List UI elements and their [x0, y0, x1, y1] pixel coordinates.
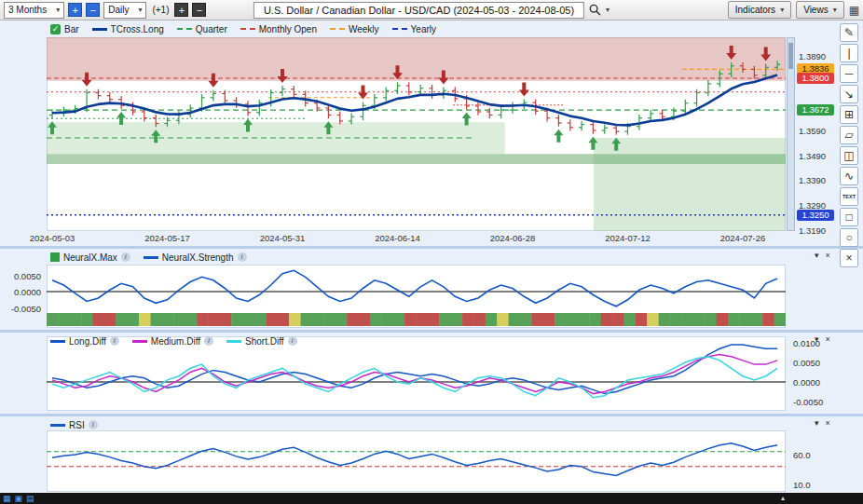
search-icon[interactable]: [589, 4, 601, 16]
info-icon[interactable]: i: [89, 420, 98, 429]
info-icon[interactable]: i: [238, 252, 247, 262]
trend-arrow-icon[interactable]: ↘: [840, 85, 858, 103]
price-level-badge: 1.3672: [797, 104, 834, 116]
collapse-panel-button[interactable]: ▾: [815, 250, 819, 261]
medium-diff-line: [52, 355, 777, 394]
list-view-icon[interactable]: ▤: [26, 493, 34, 504]
panel-splitter[interactable]: [0, 414, 863, 416]
step-forward-button[interactable]: +: [174, 3, 188, 17]
toolbar-right-group: Indicators ▾ Views ▾ ▦: [728, 1, 859, 19]
legend-item-long-diff[interactable]: Long.Diffi: [50, 336, 119, 347]
legend-label: Monthly Open: [259, 24, 317, 34]
horizontal-line-icon[interactable]: ─: [840, 64, 858, 83]
date-tick-label: 2024-06-14: [375, 233, 420, 243]
sell-signal-arrow: [519, 82, 529, 96]
views-button[interactable]: Views ▾: [796, 1, 844, 19]
neuralx-legend: NeuralX.MaxiNeuralX.Strengthi: [50, 251, 247, 264]
legend-label: Long.Diff: [69, 336, 106, 347]
collapse-panel-button[interactable]: ▾: [815, 417, 819, 429]
bottom-status-bar: ▦▣▤: [0, 493, 863, 504]
step-back-button[interactable]: −: [192, 3, 206, 17]
panel-splitter[interactable]: [0, 330, 863, 333]
close-panel-button[interactable]: ×: [826, 334, 830, 345]
legend-item-medium-diff[interactable]: Medium.Diffi: [132, 336, 213, 347]
ellipse-icon[interactable]: ○: [840, 228, 858, 247]
indicators-button[interactable]: Indicators ▾: [728, 1, 791, 19]
info-icon[interactable]: i: [288, 336, 297, 346]
vertical-line-icon[interactable]: |: [840, 44, 858, 62]
callout-icon[interactable]: ◫: [840, 146, 858, 165]
legend-item-bar[interactable]: ✓Bar: [50, 24, 79, 34]
legend-label: NeuralX.Max: [63, 252, 117, 263]
chevron-down-icon: ▾: [138, 7, 142, 14]
period-select[interactable]: Daily ▾: [103, 2, 146, 19]
chart-view-icon[interactable]: ▣: [15, 493, 23, 504]
panel-buttons: ▾ ×: [815, 334, 830, 345]
series-swatch-icon: [132, 340, 147, 343]
pencil-icon[interactable]: ✎: [840, 23, 858, 42]
remove-bars-button[interactable]: −: [86, 3, 100, 17]
close-panel-button[interactable]: ×: [826, 417, 830, 429]
chart-title-text: U.S. Dollar / Canadian Dollar - USD/CAD …: [264, 5, 574, 16]
price-tick-label: 1.3590: [799, 126, 826, 136]
parallelogram-icon[interactable]: ▱: [840, 126, 858, 144]
price-tick-label: 1.3890: [799, 51, 826, 61]
wave-icon[interactable]: ∿: [840, 167, 858, 185]
main-price-chart[interactable]: [47, 37, 786, 231]
close-panel-button[interactable]: ×: [826, 250, 830, 261]
chevron-down-icon: ▾: [56, 7, 60, 14]
info-icon[interactable]: i: [204, 336, 213, 346]
views-label: Views: [803, 5, 829, 15]
legend-label: NeuralX.Strength: [162, 252, 234, 263]
neuralx-axis: 0.00500.0000-0.0050: [6, 0, 43, 335]
neuralx-strength-line: [52, 270, 777, 306]
add-bars-button[interactable]: +: [68, 3, 82, 17]
range-value: 3 Months: [8, 5, 47, 15]
price-tick-label: 1.3190: [799, 225, 826, 236]
layout-grid-icon[interactable]: ▦: [849, 4, 859, 17]
info-icon[interactable]: i: [121, 252, 130, 262]
rsi-chart[interactable]: [47, 430, 786, 492]
price-tick-label: 1.3490: [799, 151, 826, 161]
grid-view-icon[interactable]: ▦: [3, 493, 11, 504]
erase-icon[interactable]: ×: [840, 249, 858, 267]
chevron-down-icon[interactable]: ▾: [606, 7, 610, 14]
legend-label: Quarter: [196, 24, 227, 34]
chevron-down-icon: ▾: [833, 7, 837, 14]
legend-label: Medium.Diff: [151, 336, 200, 347]
expand-up-icon[interactable]: ▴: [781, 493, 785, 504]
neuralx-chart[interactable]: [47, 265, 786, 328]
text-tool-icon[interactable]: TEXT: [840, 187, 858, 206]
indicator-tick-label: -0.0050: [11, 304, 41, 314]
legend-item-tcross-long[interactable]: TCross.Long: [92, 24, 164, 34]
indicator-tick-label: 0.0000: [14, 287, 41, 297]
legend-item-neuralx-strength[interactable]: NeuralX.Strengthi: [144, 252, 247, 263]
legend-item-weekly[interactable]: Weekly: [330, 24, 379, 34]
panel-buttons: ▾ ×: [815, 250, 830, 261]
price-axis: 1.38901.35901.34901.33901.32901.31901.38…: [797, 0, 836, 246]
legend-item-monthly-open[interactable]: Monthly Open: [240, 24, 317, 34]
top-toolbar: 3 Months ▾ + − Daily ▾ (+1) + − U.S. Dol…: [0, 0, 863, 20]
info-icon[interactable]: i: [110, 336, 119, 346]
collapse-panel-button[interactable]: ▾: [815, 334, 819, 345]
indicator-tick-label: 0.0050: [14, 271, 41, 281]
range-select[interactable]: 3 Months ▾: [4, 2, 64, 19]
legend-item-yearly[interactable]: Yearly: [392, 24, 436, 34]
legend-item-neuralx-max[interactable]: NeuralX.Maxi: [50, 252, 130, 263]
diff-chart[interactable]: [47, 336, 786, 411]
series-swatch-icon: [240, 28, 255, 30]
price-level-badge: 1.3250: [797, 210, 834, 221]
buy-signal-arrow: [554, 129, 563, 143]
tcross-long-line: [52, 75, 777, 126]
rectangle-icon[interactable]: □: [840, 208, 858, 226]
title-group: U.S. Dollar / Canadian Dollar - USD/CAD …: [253, 2, 610, 19]
anchor-grid-icon[interactable]: ⊞: [840, 105, 858, 124]
legend-item-rsi[interactable]: RSIi: [50, 420, 98, 430]
legend-item-short-diff[interactable]: Short.Diffi: [226, 336, 297, 347]
legend-item-quarter[interactable]: Quarter: [177, 24, 227, 34]
legend-label: TCross.Long: [111, 24, 164, 34]
panel-splitter[interactable]: [0, 246, 863, 249]
date-tick-label: 2024-07-26: [720, 233, 766, 243]
legend-label: Yearly: [411, 24, 436, 34]
indicator-tick-label: 60.0: [793, 450, 811, 460]
